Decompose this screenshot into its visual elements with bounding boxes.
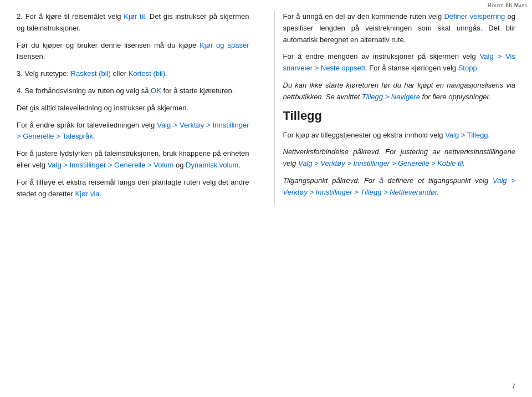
- text-p3: eller: [111, 69, 129, 78]
- link-valg->-tillegg[interactable]: Valg > Tillegg: [445, 131, 488, 139]
- text-p6: For å endre språk for taleveiledningen v…: [17, 121, 157, 129]
- page-container: 2. For å kjøre til reisemålet velg Kjør …: [0, 0, 532, 222]
- text-p8: .: [100, 190, 102, 198]
- link-dynamisk-volum[interactable]: Dynamisk volum: [186, 161, 238, 169]
- left-column: 2. For å kjøre til reisemålet velg Kjør …: [17, 11, 258, 205]
- right-column: For å unngå en del av den kommende ruten…: [274, 11, 516, 205]
- text-rp4: .: [488, 131, 490, 139]
- text-p3: .: [165, 69, 167, 78]
- paragraph-p2: Før du kjøper og bruker denne lisensen m…: [17, 40, 249, 63]
- text-p7: og: [173, 161, 186, 169]
- link-valg->-verktøy->-inn[interactable]: Valg > Verktøy > Innstillinger > Generel…: [298, 159, 463, 167]
- text-p1: 2. For å kjøre til reisemålet velg: [17, 12, 124, 21]
- text-rp4: For kjøp av tilleggstjenester og ekstra …: [283, 131, 446, 139]
- link-definer-veisperring[interactable]: Definer veisperring: [444, 12, 505, 21]
- link-kjør-via[interactable]: Kjør via: [75, 190, 100, 198]
- paragraph-p8: For å tilføye et ekstra reisemål langs d…: [17, 177, 249, 200]
- text-rp1: For å unngå en del av den kommende ruten…: [283, 12, 444, 21]
- link-tillegg->-navigere[interactable]: Tillegg > Navigere: [362, 93, 420, 101]
- paragraph-p4: 4. Se forhåndsvisning av ruten og velg s…: [17, 85, 249, 97]
- text-p8: For å tilføye et ekstra reisemål langs d…: [17, 178, 249, 198]
- text-p6: .: [93, 132, 95, 140]
- link-kortest-(bil)[interactable]: Kortest (bil): [129, 69, 165, 78]
- paragraph-p3: 3. Velg rutetype: Raskest (bil) eller Ko…: [17, 68, 249, 80]
- text-p5: Det gis alltid taleveiledning og instruk…: [17, 104, 188, 112]
- text-rp6: Tilgangspunkt påkrevd. For å definere et…: [283, 176, 493, 185]
- link-stopp[interactable]: Stopp: [458, 64, 477, 72]
- brand-text: Route 66 Maps: [488, 2, 528, 8]
- link-ok[interactable]: OK: [151, 86, 161, 95]
- text-rp2: For å endre mengden av instruksjoner på …: [283, 52, 480, 60]
- text-p2: lisensen.: [17, 52, 45, 60]
- link-kjør-til[interactable]: Kjør til: [124, 12, 145, 21]
- text-rp6: .: [437, 188, 439, 196]
- paragraph-p6: For å endre språk for taleveiledningen v…: [17, 120, 249, 143]
- text-p7: .: [238, 161, 241, 169]
- link-kjør-og-spaser[interactable]: Kjør og spaser: [200, 41, 249, 49]
- paragraph-rp1: For å unngå en del av den kommende ruten…: [283, 11, 516, 45]
- page-number: 7: [511, 383, 515, 390]
- text-rp3: for flere opplysninger.: [420, 93, 491, 101]
- paragraph-rp2: For å endre mengden av instruksjoner på …: [283, 51, 516, 74]
- paragraph-rp4: For kjøp av tilleggstjenester og ekstra …: [283, 130, 516, 141]
- paragraph-p1: 2. For å kjøre til reisemålet velg Kjør …: [17, 11, 249, 34]
- text-p4: 4. Se forhåndsvisning av ruten og velg s…: [17, 86, 151, 95]
- text-rp2: .: [477, 64, 479, 72]
- paragraph-p5: Det gis alltid taleveiledning og instruk…: [17, 103, 249, 114]
- paragraph-rp6: Tilgangspunkt påkrevd. For å definere et…: [283, 175, 516, 198]
- link-valg->-innstillinger[interactable]: Valg > Innstillinger > Generelle > Volum: [48, 161, 174, 169]
- paragraph-rp3: Du kan ikke starte kjøreturen før du har…: [283, 80, 516, 103]
- text-p4: for å starte kjøreturen.: [161, 86, 234, 95]
- paragraph-rp5: Nettverksforbindelse påkrevd. For juster…: [283, 146, 516, 170]
- section-heading-tillegg: Tillegg: [283, 109, 516, 123]
- text-rp5: .: [463, 159, 465, 167]
- paragraph-p7: For å justere lydstyrken på taleinstruks…: [17, 148, 249, 171]
- brand-header: Route 66 Maps: [483, 0, 532, 11]
- link-raskest-(bil)[interactable]: Raskest (bil): [71, 69, 111, 78]
- text-p3: 3. Velg rutetype:: [17, 69, 71, 78]
- text-p2: Før du kjøper og bruker denne lisensen m…: [17, 41, 200, 49]
- text-rp2: . For å stanse kjøringen velg: [365, 64, 458, 72]
